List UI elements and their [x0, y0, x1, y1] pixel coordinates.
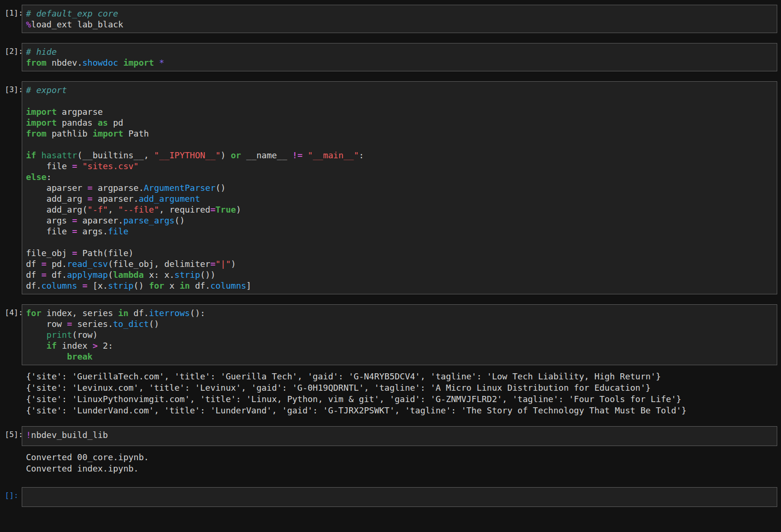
- code-token: =: [72, 248, 77, 258]
- code-token: import: [123, 58, 154, 68]
- code-token: argparse: [57, 107, 103, 117]
- code-token: file: [26, 161, 72, 171]
- code-token: iterrows: [149, 308, 190, 318]
- code-token: ]: [246, 281, 251, 291]
- code-token: ): [221, 150, 231, 160]
- code-token: ArgumentParser: [144, 183, 215, 193]
- code-token: df: [26, 259, 42, 269]
- cell-prompt: [4]:: [0, 304, 22, 317]
- cell-code: [26, 490, 773, 501]
- code-token: add_arg: [26, 194, 87, 204]
- cell-input[interactable]: for index, series in df.iterrows(): row …: [22, 304, 777, 365]
- code-token: from: [26, 129, 46, 138]
- code-token: =: [67, 319, 72, 329]
- code-token: read_csv: [67, 259, 108, 269]
- code-line: [26, 139, 773, 150]
- code-token: (file_obj, delimiter: [108, 259, 210, 269]
- code-line: add_arg("-f", "--file", required=True): [26, 204, 773, 215]
- code-line: [26, 95, 773, 106]
- cell-code: !nbdev_build_lib: [26, 429, 773, 440]
- code-token: "--file": [118, 205, 159, 215]
- code-line: [26, 237, 773, 248]
- code-token: ): [231, 259, 236, 269]
- code-token: Path: [123, 129, 149, 138]
- output-text: {'site': 'GuerillaTech.com', 'title': 'G…: [22, 371, 687, 416]
- code-line: add_arg = aparser.add_argument: [26, 193, 773, 204]
- code-line: row = series.to_dict(): [26, 318, 773, 329]
- cell-input[interactable]: # default_exp core%load_ext lab_black: [22, 5, 777, 33]
- code-line: import pandas as pd: [26, 117, 773, 128]
- code-token: index, series: [42, 308, 119, 318]
- code-line: df.columns = [x.strip() for x in df.colu…: [26, 280, 773, 291]
- cell-code: # default_exp core%load_ext lab_black: [26, 8, 773, 30]
- cell-input[interactable]: [22, 487, 777, 507]
- code-token: >: [93, 341, 98, 351]
- cell-code: # hidefrom nbdev.showdoc import *: [26, 46, 773, 68]
- code-token: (): [149, 319, 159, 329]
- code-token: in: [180, 281, 190, 291]
- code-token: (: [108, 270, 113, 280]
- code-line: args = aparser.parse_args(): [26, 215, 773, 226]
- cell-output: Converted 00_core.ipynb. Converted index…: [0, 452, 781, 474]
- output-gutter: [0, 371, 22, 416]
- code-token: columns: [210, 281, 246, 291]
- code-token: pandas: [57, 118, 98, 128]
- output-text: Converted 00_core.ipynb. Converted index…: [22, 452, 149, 474]
- code-line: import argparse: [26, 106, 773, 117]
- code-token: %: [26, 19, 31, 29]
- code-cell: [3]:# export import argparseimport panda…: [0, 81, 781, 294]
- cell-prompt: []:: [0, 487, 22, 500]
- code-token: =: [42, 270, 47, 280]
- code-token: add_arg(: [26, 205, 87, 215]
- code-token: (__builtins__,: [77, 150, 154, 160]
- code-token: from: [26, 58, 46, 68]
- code-token: :: [108, 341, 113, 351]
- code-token: index: [57, 341, 93, 351]
- code-token: import: [93, 129, 123, 138]
- code-line: print(row): [26, 329, 773, 340]
- code-token: 2: [103, 341, 108, 351]
- code-line: if index > 2:: [26, 340, 773, 351]
- code-token: parse_args: [123, 215, 174, 225]
- code-token: (): [215, 183, 226, 193]
- code-token: # default_exp core: [26, 9, 118, 18]
- code-token: (row): [72, 330, 98, 340]
- code-token: "__IPYTHON__": [154, 150, 221, 160]
- code-token: applymap: [67, 270, 108, 280]
- code-token: load_ext lab_black: [31, 19, 123, 29]
- code-token: df.: [46, 270, 67, 280]
- code-line: df = pd.read_csv(file_obj, delimiter="|"…: [26, 258, 773, 269]
- code-token: df.: [190, 281, 210, 291]
- cell-prompt: [1]:: [0, 5, 22, 18]
- code-token: [77, 161, 82, 171]
- code-token: =: [42, 259, 47, 269]
- code-token: Path(file): [77, 248, 133, 258]
- code-token: lambda: [113, 270, 144, 280]
- code-token: aparser.: [93, 194, 139, 204]
- cell-input[interactable]: # hidefrom nbdev.showdoc import *: [22, 43, 777, 71]
- code-token: :: [359, 150, 364, 160]
- code-token: to_dict: [113, 319, 149, 329]
- code-token: import: [26, 107, 57, 117]
- code-line: df = df.applymap(lambda x: x.strip()): [26, 269, 773, 280]
- code-token: =: [87, 194, 93, 204]
- code-token: args.: [77, 226, 108, 236]
- code-token: "sites.csv": [82, 161, 138, 171]
- code-token: # export: [26, 85, 67, 95]
- code-token: file: [108, 226, 128, 236]
- code-line: !nbdev_build_lib: [26, 429, 773, 440]
- code-token: [26, 341, 46, 351]
- code-token: [26, 352, 67, 361]
- cell-input[interactable]: !nbdev_build_lib: [22, 426, 777, 446]
- code-token: (): [174, 215, 185, 225]
- cell-input[interactable]: # export import argparseimport pandas as…: [22, 81, 777, 294]
- code-token: print: [46, 330, 72, 340]
- code-token: break: [67, 352, 93, 361]
- code-token: "__main__": [308, 150, 359, 160]
- code-token: in: [118, 308, 129, 318]
- code-token: nbdev_build_lib: [31, 430, 108, 440]
- code-cell: [5]:!nbdev_build_lib: [0, 426, 781, 446]
- code-token: *: [159, 58, 164, 68]
- code-line: file_obj = Path(file): [26, 248, 773, 258]
- code-token: x: x.: [144, 270, 174, 280]
